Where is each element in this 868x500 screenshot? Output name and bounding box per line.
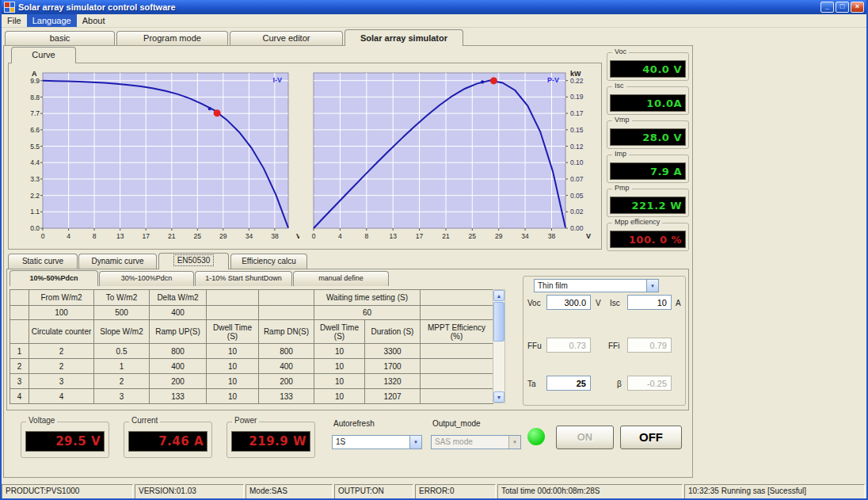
tab-curve[interactable]: Curve	[11, 47, 76, 63]
subtab-1-10-start-shuntdown[interactable]: 1-10% Start ShuntDown	[195, 271, 292, 286]
chevron-down-icon[interactable]: ▼	[646, 280, 658, 292]
film-type-combo[interactable]: Thin film ▼	[534, 279, 659, 292]
table-cell[interactable]: 10	[207, 359, 259, 374]
svg-text:3.3: 3.3	[30, 175, 40, 183]
table-cell[interactable]	[421, 389, 493, 404]
table-cell[interactable]: Delta W/m2	[150, 290, 207, 306]
table-cell[interactable]: 133	[150, 389, 207, 404]
table-cell[interactable]: 2	[29, 359, 94, 374]
table-cell[interactable]	[10, 320, 29, 344]
table-cell[interactable]: 1207	[365, 389, 421, 404]
table-cell[interactable]	[259, 306, 314, 320]
table-cell[interactable]: Ramp UP(S)	[150, 320, 207, 344]
off-button[interactable]: OFF	[620, 426, 682, 449]
autorefresh-combo[interactable]: 1S ▼	[332, 435, 422, 449]
table-cell[interactable]	[10, 290, 29, 306]
table-cell[interactable]: MPPT Efficiency (%)	[421, 320, 493, 344]
minimize-button[interactable]: _	[820, 2, 834, 13]
menu-file[interactable]: File	[2, 14, 27, 27]
table-cell[interactable]: 1700	[365, 359, 421, 374]
table-cell[interactable]: 1	[10, 344, 29, 359]
table-cell[interactable]: 200	[259, 374, 314, 389]
table-cell[interactable]	[259, 290, 314, 306]
table-cell[interactable]	[10, 306, 29, 320]
table-cell[interactable]: 800	[150, 344, 207, 359]
menu-bar: File Language About	[2, 14, 866, 28]
scrollbar-down-arrow[interactable]: ▼	[493, 391, 504, 403]
meter-pmp: Pmp221.2 W	[607, 189, 689, 217]
table-cell[interactable]	[207, 290, 259, 306]
ffu-label: FFu	[527, 342, 542, 350]
menu-about[interactable]: About	[77, 14, 111, 27]
table-cell[interactable]: 100	[29, 306, 94, 320]
table-cell[interactable]: 4	[29, 389, 94, 404]
isc-input[interactable]	[627, 295, 672, 310]
table-cell[interactable]: 60	[314, 306, 421, 320]
subtab-30-100-pdcn[interactable]: 30%-100%Pdcn	[99, 271, 194, 286]
voc-input[interactable]	[546, 295, 591, 310]
svg-text:0.19: 0.19	[570, 93, 584, 101]
table-cell[interactable]: Ramp DN(S)	[259, 320, 314, 344]
tab-en50530[interactable]: EN50530	[158, 253, 229, 269]
table-cell[interactable]: 3300	[365, 344, 421, 359]
table-cell[interactable]: 400	[150, 359, 207, 374]
svg-text:0.0: 0.0	[30, 224, 40, 232]
table-cell[interactable]: To W/m2	[94, 290, 150, 306]
table-cell[interactable]: 10	[314, 359, 365, 374]
tab-static-curve[interactable]: Static curve	[8, 254, 78, 269]
table-cell[interactable]: 800	[259, 344, 314, 359]
maximize-button[interactable]: □	[836, 2, 849, 13]
tab-efficiency-calcu[interactable]: Efficiency calcu	[230, 254, 307, 269]
table-cell[interactable]	[421, 344, 493, 359]
subtab-manual-define[interactable]: manual define	[293, 271, 389, 286]
table-cell[interactable]: 3	[29, 374, 94, 389]
table-cell[interactable]: 10	[207, 374, 259, 389]
table-cell[interactable]: Dwell Time (S)	[314, 320, 365, 344]
table-cell[interactable]	[421, 374, 493, 389]
table-cell[interactable]: 3	[94, 389, 150, 404]
table-cell[interactable]: 133	[259, 389, 314, 404]
ta-input[interactable]	[546, 376, 591, 391]
ffi-input	[627, 338, 672, 353]
tab-dynamic-curve[interactable]: Dynamic curve	[78, 254, 157, 269]
table-cell[interactable]	[421, 359, 493, 374]
scrollbar-thumb[interactable]	[493, 302, 504, 342]
table-cell[interactable]: From W/m2	[29, 290, 94, 306]
table-cell[interactable]: Duration (S)	[365, 320, 421, 344]
table-cell[interactable]: Waiting time setting (S)	[314, 290, 421, 306]
table-cell[interactable]: 1	[94, 359, 150, 374]
isc-label: Isc	[610, 299, 620, 307]
table-cell[interactable]: 400	[150, 306, 207, 320]
scrollbar-up-arrow[interactable]: ▲	[493, 290, 504, 301]
chevron-down-icon[interactable]: ▼	[409, 436, 421, 448]
table-cell[interactable]: Dwell Time (S)	[207, 320, 259, 344]
table-scrollbar[interactable]: ▲ ▼	[493, 289, 505, 403]
table-cell[interactable]: 200	[150, 374, 207, 389]
table-cell[interactable]: Slope W/m2	[94, 320, 150, 344]
table-cell[interactable]: 10	[207, 344, 259, 359]
table-cell[interactable]: 400	[259, 359, 314, 374]
menu-language[interactable]: Language	[27, 14, 77, 27]
table-cell[interactable]: 2	[94, 374, 150, 389]
table-cell[interactable]: 2	[10, 359, 29, 374]
table-cell[interactable]: 10	[314, 344, 365, 359]
table-cell[interactable]: 500	[94, 306, 150, 320]
subtab-10-50-pdcn[interactable]: 10%-50%Pdcn	[10, 270, 98, 286]
table-cell[interactable]: 3	[10, 374, 29, 389]
table-cell[interactable]	[207, 306, 259, 320]
tab-program-mode[interactable]: Program mode	[116, 31, 228, 46]
table-cell[interactable]	[421, 290, 493, 306]
table-cell[interactable]	[421, 306, 493, 320]
tab-basic[interactable]: basic	[5, 31, 115, 46]
table-cell[interactable]: Circulate counter	[29, 320, 94, 344]
tab-curve-editor[interactable]: Curve editor	[230, 31, 343, 46]
table-cell[interactable]: 1320	[365, 374, 421, 389]
table-cell[interactable]: 2	[29, 344, 94, 359]
table-cell[interactable]: 10	[314, 389, 365, 404]
close-button[interactable]: ×	[851, 2, 864, 13]
table-cell[interactable]: 4	[10, 389, 29, 404]
table-cell[interactable]: 0.5	[94, 344, 150, 359]
tab-solar-array-simulator[interactable]: Solar array simulator	[345, 29, 463, 46]
table-cell[interactable]: 10	[207, 389, 259, 404]
table-cell[interactable]: 10	[314, 374, 365, 389]
